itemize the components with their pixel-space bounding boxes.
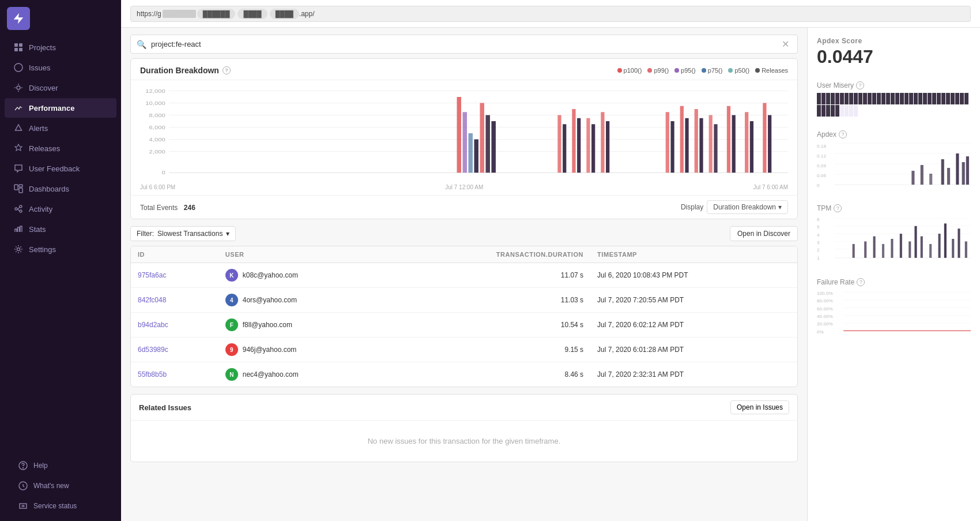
sidebar-item-projects[interactable]: Projects xyxy=(5,38,116,57)
svg-rect-69 xyxy=(911,171,914,185)
table-row: 842fc048 4 4ors@yahoo.com 11.03 s Jul 7,… xyxy=(131,288,797,313)
filter-bar: Filter: Slowest Transactions ▾ Open in D… xyxy=(130,226,798,241)
table-row: 975fa6ac K k08c@yahoo.com 11.07 s Jul 6,… xyxy=(131,263,797,288)
sidebar-item-discover[interactable]: Discover xyxy=(5,78,116,98)
sidebar-label-activity: Activity xyxy=(29,205,52,213)
open-in-issues-button[interactable]: Open in Issues xyxy=(730,400,789,414)
svg-rect-103 xyxy=(965,241,967,257)
svg-text:100.0%: 100.0% xyxy=(817,291,833,295)
failure-rate-help-icon[interactable]: ? xyxy=(857,278,865,286)
misery-block xyxy=(891,93,895,104)
search-input[interactable] xyxy=(151,40,775,48)
sidebar-label-projects: Projects xyxy=(29,43,56,52)
sidebar-item-whats-new[interactable]: What's new xyxy=(9,476,112,496)
close-button[interactable]: ✕ xyxy=(779,39,791,50)
svg-rect-75 xyxy=(962,162,965,185)
misery-block xyxy=(914,93,918,104)
user-email: f8ll@yahoo.com xyxy=(243,321,292,329)
misery-block xyxy=(928,93,932,104)
svg-point-4 xyxy=(14,63,22,72)
apdex-help-icon[interactable]: ? xyxy=(839,130,847,138)
card-header: Duration Breakdown ? p100() p99() p95() … xyxy=(131,59,797,80)
svg-rect-97 xyxy=(921,237,923,258)
avatar: K xyxy=(225,269,238,282)
misery-block-empty xyxy=(849,105,853,117)
sidebar-item-activity[interactable]: Activity xyxy=(5,199,116,219)
misery-block xyxy=(868,93,872,104)
tx-user-cell: 9 946j@yahoo.com xyxy=(218,338,391,362)
svg-rect-55 xyxy=(745,112,748,173)
svg-point-11 xyxy=(20,210,22,212)
user-email: 4ors@yahoo.com xyxy=(243,296,297,304)
sidebar-bottom: Help What's new Service status xyxy=(0,451,121,521)
no-issues-message: No new issues for this transaction for t… xyxy=(131,420,797,462)
tpm-help-icon[interactable]: ? xyxy=(834,204,842,212)
total-events: Total Events 246 xyxy=(140,202,195,212)
logo[interactable] xyxy=(7,7,30,30)
svg-text:0.09: 0.09 xyxy=(817,163,826,168)
svg-rect-70 xyxy=(921,165,924,185)
misery-block xyxy=(946,93,950,104)
center-panel: 🔍 ✕ Duration Breakdown ? p100() p99() p9… xyxy=(121,28,807,521)
sidebar-item-performance[interactable]: Performance xyxy=(5,98,116,118)
sidebar-item-stats[interactable]: Stats xyxy=(5,219,116,239)
svg-rect-2 xyxy=(14,48,18,51)
tx-user-cell: 4 4ors@yahoo.com xyxy=(218,288,391,313)
tx-id-link[interactable]: 842fc048 xyxy=(138,296,166,304)
sidebar-item-releases[interactable]: Releases xyxy=(5,138,116,158)
chart-x-labels: Jul 6 6:00 PM Jul 7 12:00 AM Jul 7 6:00 … xyxy=(131,184,797,195)
svg-rect-57 xyxy=(763,103,766,173)
sidebar-item-settings[interactable]: Settings xyxy=(5,239,116,259)
sidebar-item-service-status[interactable]: Service status xyxy=(9,496,112,516)
svg-text:5: 5 xyxy=(817,225,820,230)
tx-user-cell: N nec4@yahoo.com xyxy=(218,362,391,387)
tx-id-link[interactable]: 975fa6ac xyxy=(138,271,166,279)
user-email: 946j@yahoo.com xyxy=(243,346,297,354)
legend-p75: p75() xyxy=(702,67,723,74)
filter-chevron-icon: ▾ xyxy=(226,230,229,238)
open-discover-button[interactable]: Open in Discover xyxy=(730,226,798,241)
svg-rect-46 xyxy=(670,121,674,173)
sidebar-item-help[interactable]: Help xyxy=(9,456,112,475)
tx-duration-cell: 8.46 s xyxy=(390,362,590,387)
misery-block xyxy=(821,105,826,117)
user-misery-help-icon[interactable]: ? xyxy=(856,81,864,89)
sidebar-item-alerts[interactable]: Alerts xyxy=(5,118,116,138)
misery-block-empty xyxy=(840,105,844,117)
svg-text:2: 2 xyxy=(817,248,820,253)
tx-id-cell: 6d53989c xyxy=(131,338,218,362)
svg-rect-98 xyxy=(929,244,932,258)
filter-button[interactable]: Filter: Slowest Transactions ▾ xyxy=(130,226,236,241)
svg-rect-96 xyxy=(914,226,917,258)
user-misery-label: User Misery ? xyxy=(817,81,971,89)
svg-text:0: 0 xyxy=(161,170,165,175)
svg-text:2,000: 2,000 xyxy=(149,148,165,154)
related-issues-card: Related Issues Open in Issues No new iss… xyxy=(130,394,798,462)
display-dropdown[interactable]: Duration Breakdown ▾ xyxy=(707,200,788,214)
legend-p95: p95() xyxy=(674,67,696,74)
svg-rect-89 xyxy=(853,244,855,258)
svg-rect-74 xyxy=(956,153,959,185)
help-icon[interactable]: ? xyxy=(223,66,231,74)
svg-text:0.06: 0.06 xyxy=(817,173,826,178)
tx-id-link[interactable]: b94d2abc xyxy=(138,321,168,329)
svg-text:3: 3 xyxy=(817,240,820,245)
sidebar-label-performance: Performance xyxy=(29,104,74,113)
svg-rect-100 xyxy=(944,223,947,258)
x-label-2: Jul 7 6:00 AM xyxy=(753,184,788,190)
misery-block-empty xyxy=(854,105,858,117)
tx-id-link[interactable]: 55fb8b5b xyxy=(138,370,167,378)
svg-rect-95 xyxy=(909,241,911,257)
tx-duration-cell: 10.54 s xyxy=(390,313,590,338)
failure-rate-label: Failure Rate ? xyxy=(817,278,971,286)
tx-timestamp-cell: Jul 6, 2020 10:08:43 PM PDT xyxy=(590,263,797,288)
failure-rate-section: Failure Rate ? 100.0% 80.00% 60.00% 40.0… xyxy=(817,278,971,338)
failure-rate-chart: 100.0% 80.00% 60.00% 40.00% 20.00% 0% xyxy=(817,290,971,336)
tx-id-link[interactable]: 6d53989c xyxy=(138,346,168,354)
sidebar-item-user-feedback[interactable]: User Feedback xyxy=(5,159,116,178)
transactions-table-card: ID USER TRANSACTION.DURATION TIMESTAMP 9… xyxy=(130,246,798,387)
sidebar-item-issues[interactable]: Issues xyxy=(5,58,116,77)
svg-text:0.12: 0.12 xyxy=(817,153,826,159)
sidebar-item-dashboards[interactable]: Dashboards xyxy=(5,179,116,198)
tx-timestamp-cell: Jul 7, 2020 2:32:31 AM PDT xyxy=(590,362,797,387)
